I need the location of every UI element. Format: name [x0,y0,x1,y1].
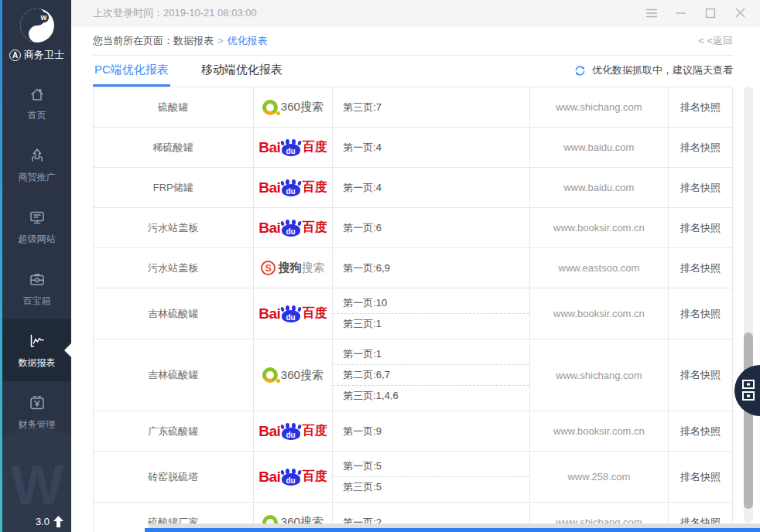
maximize-icon[interactable] [700,5,721,22]
scrollbar-thumb[interactable] [744,332,753,509]
snapshot-link[interactable]: 排名快照 [669,168,732,207]
ranking-entry: 第一页:10 [333,293,529,313]
ranking-cell: 第一页:1第二页:6,7第三页:1,4,6 [333,339,529,411]
active-item-notch [64,343,71,357]
baidu-logo-icon: Bai du 百度 [258,305,327,322]
refresh-icon[interactable] [573,64,587,77]
baidu-paw-icon: du [282,184,300,196]
engine-cell: Bai du 百度 [254,168,334,207]
crawl-notice: 优化数据抓取中，建议隔天查看 [573,63,733,87]
website-icon [27,208,47,227]
ranking-cell: 第一页:4 [333,168,529,207]
sidebar-item-toolbox[interactable]: 百宝箱 [2,257,71,319]
s360-logo-icon: 360搜索 [262,367,324,383]
snapshot-link[interactable]: 排名快照 [669,452,732,502]
engine-cell: Bai du 百度 [254,288,334,339]
engine-cell: Bai du 百度 [254,452,334,502]
menu-icon[interactable] [641,5,662,22]
upgrade-arrow-icon[interactable] [53,516,63,527]
url-cell: www.baidu.com [530,128,669,167]
brand-badge-icon: A [9,49,21,61]
ranking-entry: 第一页:5 [333,456,529,476]
qr-widget-button[interactable] [734,365,760,416]
sidebar-item-label: 百宝箱 [23,295,51,308]
snapshot-link[interactable]: 排名快照 [669,128,732,167]
tab-pc-report[interactable]: PC端优化报表 [93,56,170,87]
titlebar: 上次登录时间：2019-10-21 08:03:00 [71,0,760,26]
crawl-notice-text: 优化数据抓取中，建议隔天查看 [592,63,733,77]
keyword-cell: 污水站盖板 [94,248,254,288]
table-row: 污水站盖板 Bai du 百度 第一页:6 www.booksir.com.cn… [94,208,732,248]
engine-cell: Bai du 百度 [254,208,334,247]
close-icon[interactable] [729,5,751,22]
engine-cell: S 搜狗 搜索 [254,248,334,288]
ranking-cell: 第一页:10第三页:1 [333,288,529,339]
sidebar-item-reports[interactable]: 数据报表 [2,319,71,381]
ranking-entry: 第二页:6,7 [333,364,529,385]
sidebar-item-promotion[interactable]: 商贸推广 [2,134,71,196]
toolbox-icon [27,270,47,288]
snapshot-link[interactable]: 排名快照 [669,87,732,127]
sidebar-item-label: 商贸推广 [19,171,56,184]
finance-icon [27,394,47,412]
breadcrumb-section[interactable]: 数据报表 [173,35,214,46]
home-icon [27,84,47,103]
tabs-row: PC端优化报表 移动端优化报表 优化数据抓取中，建议隔天查看 [93,56,733,87]
ranking-entry: 第一页:9 [333,421,529,442]
baidu-paw-icon: du [282,473,300,486]
ranking-cell: 第一页:6 [333,208,529,247]
scrollbar-track[interactable] [744,87,753,523]
url-cell: www.booksir.com.cn [530,411,669,451]
baidu-logo-icon: Bai du 百度 [258,179,327,196]
sidebar-item-website[interactable]: 超级网站 [2,196,71,257]
table-row: 吉林硫酸罐 Bai du 百度 第一页:10第三页:1 www.booksir.… [94,288,732,339]
table-row: FRP储罐 Bai du 百度 第一页:4 www.baidu.com 排名快照 [94,168,732,208]
keyword-cell: 稀硫酸罐 [94,128,254,167]
tabs: PC端优化报表 移动端优化报表 [93,56,313,87]
version-badge: 3.0 [36,516,63,527]
ranking-cell: 第一页:9 [333,411,529,451]
s360-ring-icon [262,100,278,115]
url-cell: www.booksir.com.cn [530,208,669,247]
table-row: 砖窑脱硫塔 Bai du 百度 第一页:5第三页:5 www.258.com 排… [94,452,732,503]
ranking-entry: 第一页:4 [333,178,529,198]
ranking-entry: 第一页:6 [333,218,529,238]
engine-cell: Bai du 百度 [254,411,334,451]
snapshot-link[interactable]: 排名快照 [669,411,732,451]
keyword-cell: 硫酸罐 [94,87,254,127]
url-cell: www.eastsoo.com [530,248,669,288]
minimize-icon[interactable] [670,5,692,22]
table-row: 污水站盖板 S 搜狗 搜索 第一页:6,9 www.eastsoo.com 排名… [94,248,732,288]
snapshot-link[interactable]: 排名快照 [669,288,732,339]
baidu-logo-icon: Bai du 百度 [258,469,327,486]
snapshot-link[interactable]: 排名快照 [669,208,732,247]
ranking-cell: 第一页:5第三页:5 [333,452,529,502]
chart-icon [27,332,47,350]
back-link[interactable]: < <返回 [698,34,733,48]
engine-cell: Bai du 百度 [254,128,334,167]
keyword-cell: 吉林硫酸罐 [94,339,254,411]
breadcrumb-current[interactable]: 优化报表 [228,35,268,46]
ranking-entry: 第三页:7 [333,97,529,118]
snapshot-link[interactable]: 排名快照 [669,248,732,288]
baidu-paw-icon: du [282,310,300,322]
sidebar-item-label: 首页 [28,109,46,122]
baidu-paw-icon: du [282,428,300,440]
ranking-cell: 第三页:7 [333,87,529,127]
snapshot-link[interactable]: 排名快照 [669,339,732,411]
keyword-cell: FRP储罐 [94,168,254,207]
ranking-cell: 第一页:6,9 [333,248,529,288]
tab-mobile-report[interactable]: 移动端优化报表 [200,56,284,87]
window-controls [641,5,751,22]
main-area: 上次登录时间：2019-10-21 08:03:00 您当前所在页面：数据报表>… [71,0,760,532]
ranking-entry: 第三页:5 [333,476,529,497]
sidebar-item-label: 超级网站 [19,233,56,246]
window-bottom-edge [145,528,760,532]
sidebar-item-home[interactable]: 首页 [2,72,71,134]
svg-text:W: W [40,14,46,22]
table-row: 稀硫酸罐 Bai du 百度 第一页:4 www.baidu.com 排名快照 [94,128,732,168]
url-cell: www.booksir.com.cn [530,288,669,339]
baidu-paw-icon: du [282,144,300,156]
keyword-cell: 污水站盖板 [94,208,254,247]
url-cell: www.258.com [530,452,669,502]
